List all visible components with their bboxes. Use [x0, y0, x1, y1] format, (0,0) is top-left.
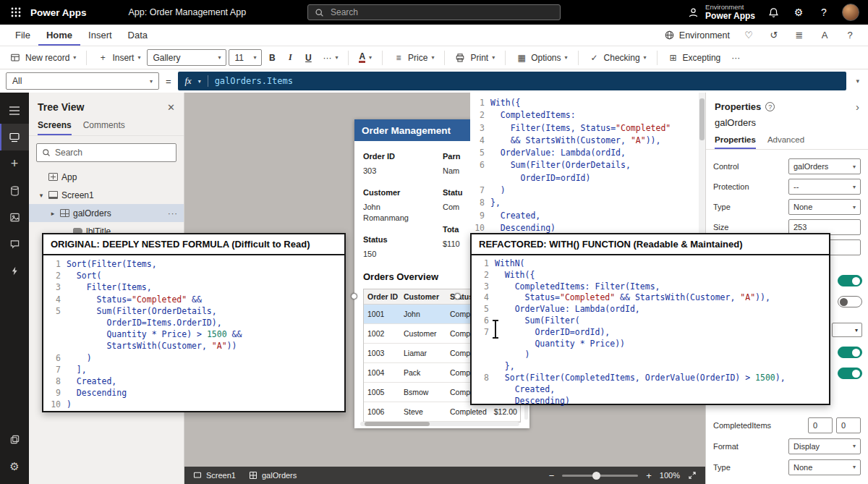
info-icon[interactable]: ? [765, 102, 775, 111]
property-dropdown[interactable]: galOrders ▾ [788, 158, 861, 174]
environment-button[interactable]: Environment [664, 30, 730, 41]
property-dropdown[interactable]: None ▾ [788, 199, 861, 215]
properties-tab[interactable]: Properties [715, 133, 756, 149]
print-button[interactable]: Print ▾ [451, 50, 499, 66]
options-button[interactable]: ▦ Options ▾ [511, 50, 571, 66]
zoom-out-button[interactable]: − [549, 470, 555, 481]
menu-item[interactable]: File [7, 25, 38, 46]
new-record-button[interactable]: New record ▾ [6, 50, 80, 66]
selection-handle[interactable] [454, 293, 461, 300]
media-nav-icon[interactable] [0, 204, 29, 231]
menu-item[interactable]: Insert [80, 25, 120, 46]
font-size-dropdown[interactable]: 11 ▾ [229, 49, 262, 66]
formula-expression[interactable]: galOrders.Items [215, 76, 293, 86]
tree-item-icon [48, 191, 58, 199]
fit-to-window-icon[interactable] [688, 471, 697, 480]
property-dropdown[interactable]: -- ▾ [788, 179, 861, 195]
property-toggles: ▾ ▾ ▾ ▾ ▾ [832, 275, 862, 379]
underline-button[interactable]: U [300, 50, 316, 66]
tree-tab[interactable]: Screens [38, 117, 72, 135]
tree-tab[interactable]: Comments [83, 117, 125, 135]
property-toggle[interactable]: ▾ [838, 275, 862, 286]
help-icon[interactable]: ? [843, 30, 856, 41]
formula-input[interactable]: fx ▾ galOrders.Items [178, 72, 847, 90]
tree-item[interactable]: App [29, 168, 184, 186]
breadcrumb-control[interactable]: galOrders [249, 471, 297, 480]
app-checker-list-icon[interactable]: ≣ [793, 30, 806, 41]
user-avatar[interactable] [842, 4, 859, 21]
zoom-slider[interactable] [562, 475, 638, 477]
selection-handle[interactable] [351, 293, 357, 300]
hamburger-menu-icon[interactable] [0, 97, 29, 124]
toolbar-overflow-button[interactable]: ··· [727, 50, 744, 66]
property-toggle[interactable]: ▾ [838, 368, 862, 379]
property-toggle[interactable]: ▾ [838, 296, 862, 307]
scrollbar-thumb[interactable] [365, 422, 430, 426]
property-input[interactable] [808, 417, 833, 433]
property-value: galOrders [793, 162, 828, 171]
property-input[interactable] [836, 417, 861, 433]
line-number [48, 340, 67, 352]
order-id-cell: 1002 [364, 329, 400, 338]
property-toggle[interactable]: ▾ [832, 323, 862, 337]
price-dropdown-button[interactable]: ≡ Price ▾ [388, 50, 438, 66]
formula-editor-code[interactable]: 1 With({ 2 CompletedItems: 3 Filter(Item… [470, 93, 705, 233]
environment-picker[interactable]: Environment Power Apps [686, 4, 755, 22]
help-icon[interactable]: ? [817, 5, 831, 20]
tree-search-box[interactable]: Search [36, 143, 176, 162]
control-type-dropdown[interactable]: Gallery ▾ [147, 49, 226, 66]
italic-button[interactable]: I [282, 49, 298, 66]
virtual-agents-nav-icon[interactable] [0, 426, 29, 453]
chevron-icon[interactable] [38, 192, 45, 199]
app-launcher-icon[interactable] [9, 7, 23, 17]
field-value: 150 [363, 249, 443, 259]
more-formatting-button[interactable]: ··· ▾ [318, 50, 342, 66]
menu-item[interactable]: Data [120, 25, 156, 46]
code-text: CompletedItems: Filter(Items, [495, 281, 660, 293]
property-value: None [793, 463, 812, 472]
property-selector-dropdown[interactable]: All ▾ [6, 72, 159, 90]
item-context-menu-icon[interactable]: ··· [168, 209, 178, 218]
property-dropdown[interactable]: Display ▾ [788, 438, 861, 454]
notifications-icon[interactable] [766, 5, 780, 20]
zoom-in-button[interactable]: + [646, 470, 652, 481]
column-header: Customer [400, 292, 446, 301]
insert-nav-icon[interactable]: + [0, 150, 29, 177]
titlebar-actions: Environment Power Apps ⚙ ? [686, 4, 859, 22]
tree-item[interactable]: Screen1 [29, 186, 184, 204]
accessibility-checker-icon[interactable]: A [818, 30, 831, 41]
undo-history-icon[interactable]: ↺ [767, 30, 780, 41]
feedback-heart-icon[interactable]: ♡ [742, 30, 755, 41]
checking-button[interactable]: ✓ Checking ▾ [584, 50, 651, 66]
settings-gear-icon[interactable]: ⚙ [791, 5, 806, 20]
property-dropdown[interactable]: None ▾ [788, 459, 861, 475]
font-color-button[interactable]: A ▾ [354, 49, 376, 67]
close-icon[interactable]: ✕ [167, 102, 175, 113]
zoom-slider-thumb[interactable] [592, 472, 600, 480]
global-search[interactable] [307, 4, 561, 20]
excepting-button[interactable]: ⊞ Excepting [663, 50, 726, 66]
tree-view-nav-icon[interactable] [0, 124, 29, 150]
power-automate-nav-icon[interactable] [0, 258, 29, 284]
comments-nav-icon[interactable] [0, 231, 29, 258]
menu-item[interactable]: Home [38, 25, 80, 46]
chevron-down-icon: ▾ [369, 54, 372, 61]
code-line: 2 CompletedItems: [472, 109, 697, 122]
horizontal-scrollbar[interactable] [360, 422, 519, 426]
code-line: Descending) [476, 396, 825, 407]
breadcrumb-screen[interactable]: Screen1 [193, 471, 236, 480]
scrollbar-thumb[interactable] [699, 98, 705, 140]
tree-item[interactable]: galOrders ··· [29, 204, 184, 222]
bold-button[interactable]: B [264, 50, 280, 66]
data-nav-icon[interactable] [0, 177, 29, 204]
search-input[interactable] [329, 7, 553, 18]
panel-expand-chevron-icon[interactable]: › [856, 101, 859, 112]
formula-bar-expand-chevron[interactable]: ▾ [853, 77, 862, 85]
code-text: ], [67, 364, 87, 375]
property-toggle[interactable]: ▾ [838, 347, 862, 358]
insert-button[interactable]: + Insert ▾ [93, 50, 145, 66]
properties-tab[interactable]: Advanced [767, 133, 804, 149]
settings-nav-icon[interactable]: ⚙ [0, 453, 29, 480]
chevron-icon[interactable] [49, 210, 56, 217]
code-scrollbar[interactable] [699, 93, 705, 233]
